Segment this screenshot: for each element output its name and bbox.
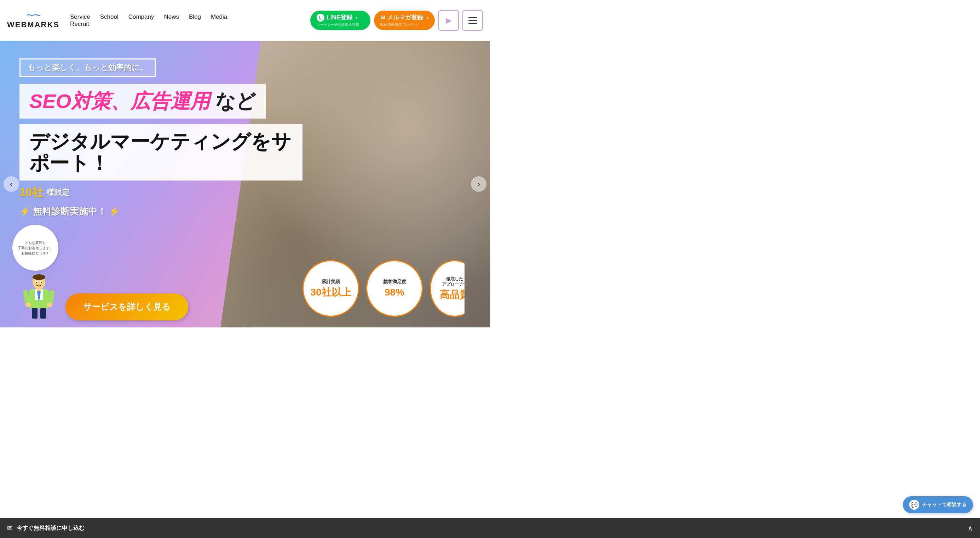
hamburger-button[interactable]: [462, 10, 483, 31]
logo[interactable]: 〜〜 WEBMARKS: [7, 12, 59, 29]
stat-value-2: 98%: [385, 287, 404, 298]
hero-section: もっと楽しく、もっと効率的に。 SEO対策、広告運用 など デジタルマーケティン…: [0, 41, 490, 327]
hero-title-highlight: SEO対策、広告運用: [29, 90, 210, 112]
flash-icon-left: ⚡: [19, 206, 31, 217]
header: 〜〜 WEBMARKS Service School Company News …: [0, 0, 490, 41]
nav-item-service[interactable]: Service: [70, 13, 90, 21]
flash-icon-right: ⚡: [108, 206, 120, 217]
arrow-left-icon: ‹: [10, 179, 13, 189]
svg-point-15: [41, 282, 42, 283]
stat-circle-3: 徹底したアプローチで 高品質: [430, 260, 479, 317]
hero-title-block2: デジタルマーケティングをサポート！: [19, 124, 302, 180]
stat-circle-1: 累計実績 30社以上: [302, 260, 359, 317]
line-button-arrow: ›: [356, 15, 358, 21]
line-button-sub: マーケター適正診断＆特典: [317, 22, 359, 27]
line-button-label: LINE登録: [326, 13, 352, 22]
svg-rect-6: [32, 308, 38, 318]
mail-button-arrow: ›: [427, 15, 428, 21]
mail-icon: ✉: [380, 14, 385, 21]
stat-label-2: 顧客満足度: [383, 279, 406, 285]
svg-rect-5: [37, 288, 41, 291]
svg-point-1: [33, 274, 45, 280]
nav-item-news[interactable]: News: [164, 13, 179, 21]
stat-value-3: 高品質: [440, 289, 469, 301]
hero-prev-button[interactable]: ‹: [3, 176, 19, 192]
hero-title-normal: など: [215, 90, 256, 112]
nav-item-blog[interactable]: Blog: [189, 13, 201, 21]
hero-title-block1: SEO対策、広告運用 など: [19, 84, 266, 119]
hero-promo-area: 10社 様限定 ⚡ 無料診断実施中！ ⚡ どんな質問も丁寧にお答えします。お気軽…: [19, 185, 225, 320]
nav-item-company[interactable]: Company: [129, 13, 154, 21]
hero-title-line1: SEO対策、広告運用 など: [29, 90, 256, 112]
arrow-right-icon: ›: [477, 179, 480, 189]
hamburger-icon: [468, 17, 477, 24]
mail-button-label: メルマガ登録: [387, 13, 423, 22]
bubble-text: どんな質問も丁寧にお答えします。お気軽にどうぞ！: [18, 240, 53, 256]
nav-item-media[interactable]: Media: [211, 13, 227, 21]
send-icon: ▶: [446, 16, 452, 25]
send-button[interactable]: ▶: [438, 10, 459, 31]
line-register-button[interactable]: L LINE登録 › マーケター適正診断＆特典: [310, 11, 371, 30]
logo-wave: 〜〜: [26, 12, 40, 19]
nav-item-recruit[interactable]: Recruit: [70, 21, 89, 28]
main-nav: Service School Company News Blog Media R…: [70, 13, 310, 28]
promo-suffix: 様限定: [46, 187, 70, 198]
svg-point-14: [36, 282, 37, 283]
logo-text: WEBMARKS: [7, 20, 59, 29]
stat-value-1: 30社以上: [310, 287, 351, 298]
stats-area: 累計実績 30社以上 顧客満足度 98% 徹底したアプローチで 高品質: [302, 260, 479, 317]
svg-rect-7: [40, 308, 46, 318]
character-figure: [21, 274, 57, 320]
stat-label-3: 徹底したアプローチで: [442, 277, 467, 287]
nav-row2: Recruit: [70, 21, 310, 28]
hero-subtitle-box: もっと楽しく、もっと効率的に。: [19, 58, 156, 77]
hero-title-line2: デジタルマーケティングをサポート！: [29, 131, 293, 174]
line-icon: L: [317, 14, 325, 22]
promo-num: 10社: [19, 185, 43, 201]
nav-item-school[interactable]: School: [100, 13, 119, 21]
promo-free-text: 無料診断実施中！: [33, 205, 107, 218]
hero-next-button[interactable]: ›: [471, 176, 487, 192]
hero-subtitle: もっと楽しく、もっと効率的に。: [28, 62, 148, 73]
mail-register-button[interactable]: ✉ メルマガ登録 › 動画講座無料プレゼント: [374, 11, 435, 30]
stat-circle-2: 顧客満足度 98%: [366, 260, 423, 317]
character-speech-bubble: どんな質問も丁寧にお答えします。お気軽にどうぞ！: [13, 225, 58, 271]
mail-button-sub: 動画講座無料プレゼント: [380, 22, 419, 27]
nav-row1: Service School Company News Blog Media: [70, 13, 310, 21]
header-right: L LINE登録 › マーケター適正診断＆特典 ✉ メルマガ登録 › 動画講座無…: [310, 10, 483, 31]
stat-label-1: 累計実績: [321, 279, 340, 285]
cta-button[interactable]: サービスを詳しく見る: [65, 293, 188, 320]
